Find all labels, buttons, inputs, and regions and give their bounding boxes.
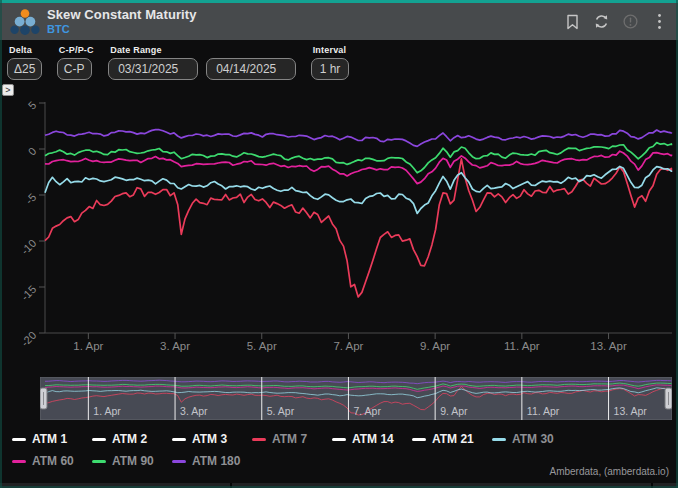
legend-dash-icon xyxy=(412,438,426,441)
interval-select[interactable]: 1 hr xyxy=(311,58,349,80)
svg-text:7. Apr: 7. Apr xyxy=(333,340,363,352)
svg-text:3. Apr: 3. Apr xyxy=(160,340,190,352)
legend-label: ATM 7 xyxy=(272,432,307,446)
main-chart[interactable]: 50-5-10-15-201. Apr3. Apr5. Apr7. Apr9. … xyxy=(0,86,678,378)
svg-text:-5: -5 xyxy=(23,191,38,206)
legend-item-atm-1[interactable]: ATM 1 xyxy=(12,432,92,446)
delta-label: Delta xyxy=(9,45,42,55)
date-range-label: Date Range xyxy=(110,45,296,55)
legend-item-atm-90[interactable]: ATM 90 xyxy=(92,454,172,468)
legend-item-atm-14[interactable]: ATM 14 xyxy=(332,432,412,446)
frame-divider xyxy=(651,483,653,488)
legend-label: ATM 3 xyxy=(192,432,227,446)
cp-pc-control: C-P/P-C C-P xyxy=(57,44,94,80)
legend-item-atm-2[interactable]: ATM 2 xyxy=(92,432,172,446)
widget-header: Skew Constant Maturity BTC xyxy=(0,3,678,40)
series-atm-30 xyxy=(45,166,671,213)
cp-pc-select[interactable]: C-P xyxy=(57,58,92,80)
legend-label: ATM 21 xyxy=(432,432,474,446)
svg-text:-10: -10 xyxy=(19,237,39,257)
legend-item-atm-3[interactable]: ATM 3 xyxy=(172,432,252,446)
series-atm-90 xyxy=(45,143,671,173)
chart-legend: ATM 1ATM 2ATM 3ATM 7ATM 14ATM 21ATM 30AT… xyxy=(12,432,572,468)
asset-subtitle: BTC xyxy=(47,23,197,36)
svg-text:0: 0 xyxy=(26,145,39,158)
navigator[interactable]: 1. Apr3. Apr5. Apr7. Apr9. Apr11. Apr13.… xyxy=(40,377,672,420)
legend-dash-icon xyxy=(92,438,106,441)
controls-bar: Delta Δ25 C-P/P-C C-P Date Range 03/31/2… xyxy=(0,40,678,86)
page-title: Skew Constant Maturity xyxy=(47,8,197,23)
legend-item-atm-21[interactable]: ATM 21 xyxy=(412,432,492,446)
frame-divider xyxy=(230,483,232,488)
svg-text:5: 5 xyxy=(26,99,39,112)
amberdata-logo xyxy=(10,8,40,36)
cp-pc-label: C-P/P-C xyxy=(59,45,94,55)
legend-label: ATM 1 xyxy=(32,432,67,446)
legend-label: ATM 90 xyxy=(112,454,154,468)
legend-dash-icon xyxy=(92,460,106,463)
legend-item-atm-60[interactable]: ATM 60 xyxy=(12,454,92,468)
info-icon[interactable] xyxy=(621,13,639,31)
legend-item-atm-7[interactable]: ATM 7 xyxy=(252,432,332,446)
legend-dash-icon xyxy=(172,438,186,441)
dashboard-frame-strip xyxy=(0,483,678,488)
svg-text:-20: -20 xyxy=(19,329,39,349)
date-range-control: Date Range 03/31/202504/14/2025 xyxy=(108,44,296,80)
svg-text:7. Apr: 7. Apr xyxy=(353,405,381,417)
kebab-menu-icon[interactable] xyxy=(650,13,668,31)
svg-text:-15: -15 xyxy=(19,283,39,303)
legend-dash-icon xyxy=(12,460,26,463)
attribution-text: Amberdata, (amberdata.io) xyxy=(549,466,669,477)
delta-select[interactable]: Δ25 xyxy=(7,58,42,80)
svg-text:3. Apr: 3. Apr xyxy=(180,405,208,417)
legend-label: ATM 60 xyxy=(32,454,74,468)
svg-text:9. Apr: 9. Apr xyxy=(440,405,468,417)
svg-text:1. Apr: 1. Apr xyxy=(93,405,121,417)
legend-label: ATM 30 xyxy=(512,432,554,446)
refresh-icon[interactable] xyxy=(592,13,610,31)
sidebar-expand-button[interactable]: > xyxy=(2,84,14,96)
date-start-input[interactable]: 03/31/2025 xyxy=(108,58,198,80)
interval-control: Interval 1 hr xyxy=(311,44,349,80)
legend-item-atm-180[interactable]: ATM 180 xyxy=(172,454,252,468)
legend-label: ATM 14 xyxy=(352,432,394,446)
interval-label: Interval xyxy=(313,45,349,55)
svg-text:13. Apr: 13. Apr xyxy=(614,405,648,417)
legend-dash-icon xyxy=(12,438,26,441)
legend-dash-icon xyxy=(252,438,266,441)
date-end-input[interactable]: 04/14/2025 xyxy=(206,58,296,80)
svg-text:11. Apr: 11. Apr xyxy=(504,340,540,352)
legend-item-atm-30[interactable]: ATM 30 xyxy=(492,432,572,446)
svg-text:13. Apr: 13. Apr xyxy=(590,340,627,352)
delta-control: Delta Δ25 xyxy=(7,44,42,80)
legend-label: ATM 180 xyxy=(192,454,240,468)
series-atm-180 xyxy=(45,130,671,147)
legend-dash-icon xyxy=(172,460,186,463)
svg-text:11. Apr: 11. Apr xyxy=(527,405,560,417)
skew-constant-maturity-widget: Skew Constant Maturity BTC xyxy=(0,0,678,488)
svg-text:5. Apr: 5. Apr xyxy=(247,340,277,352)
legend-dash-icon xyxy=(332,438,346,441)
svg-text:5. Apr: 5. Apr xyxy=(267,405,295,417)
svg-text:9. Apr: 9. Apr xyxy=(420,340,450,352)
legend-dash-icon xyxy=(492,438,506,441)
bookmark-icon[interactable] xyxy=(563,13,581,31)
legend-label: ATM 2 xyxy=(112,432,147,446)
svg-text:1. Apr: 1. Apr xyxy=(73,340,103,352)
